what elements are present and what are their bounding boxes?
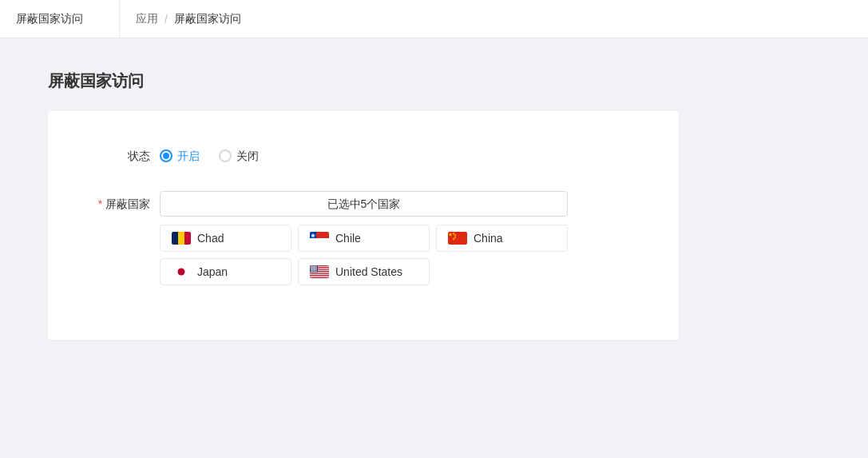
svg-point-36 [315,267,315,268]
status-radio-group: 开启 关闭 [160,143,259,169]
svg-point-42 [315,268,315,269]
svg-point-59 [312,270,313,271]
svg-point-62 [315,270,315,271]
radio-off-circle [219,149,232,162]
breadcrumb: 应用 / 屏蔽国家访问 [120,12,241,26]
svg-point-38 [311,268,311,269]
radio-off[interactable]: 关闭 [219,143,259,169]
flag-chile [310,232,329,245]
svg-point-43 [315,268,316,269]
radio-off-label: 关闭 [236,143,259,169]
svg-point-11 [178,269,185,276]
country-name-us: United States [335,265,402,278]
country-name-chad: Chad [197,232,224,245]
country-tags-grid: Chad Chile [160,225,568,285]
svg-point-70 [316,271,317,272]
svg-point-49 [315,269,315,269]
breadcrumb-app[interactable]: 应用 [136,12,158,26]
svg-point-56 [315,269,316,270]
svg-point-39 [311,268,312,269]
flag-chad [172,232,191,245]
svg-point-68 [315,271,315,272]
country-tag-china: China [436,225,568,252]
settings-card: 状态 开启 关闭 屏蔽国家 已选中5个国家 [48,111,679,340]
svg-point-67 [313,271,314,272]
breadcrumb-separator: / [164,13,168,26]
svg-rect-21 [310,274,329,275]
svg-point-25 [311,266,311,267]
svg-point-41 [313,268,314,269]
svg-rect-22 [310,275,329,276]
country-name-china: China [474,232,503,245]
svg-point-60 [313,270,314,271]
svg-point-58 [311,270,311,271]
svg-point-44 [316,268,317,269]
status-row: 状态 开启 关闭 [80,143,647,169]
country-tag-us: United States [298,258,430,285]
svg-point-51 [311,269,311,270]
svg-point-26 [311,266,312,267]
svg-point-55 [315,269,315,270]
country-label: 屏蔽国家 [80,191,160,217]
svg-point-64 [311,271,311,272]
svg-point-33 [312,267,313,268]
svg-point-34 [313,267,314,268]
svg-point-50 [315,269,316,269]
svg-point-63 [315,270,316,271]
svg-point-29 [315,266,315,267]
svg-point-66 [312,271,313,272]
country-tag-japan: Japan [160,258,291,285]
svg-rect-19 [310,273,329,273]
country-select-area: 已选中5个国家 Chad [160,191,568,285]
svg-point-53 [312,269,313,270]
svg-rect-1 [310,238,329,245]
svg-point-47 [313,269,314,269]
svg-point-32 [311,267,311,268]
svg-point-45 [311,269,311,269]
radio-on-label: 开启 [177,143,200,169]
svg-rect-20 [310,273,329,274]
country-name-japan: Japan [197,265,228,278]
svg-point-35 [314,267,315,268]
country-tag-chad: Chad [160,225,291,252]
svg-point-61 [314,270,315,271]
svg-point-30 [315,266,316,267]
svg-point-48 [314,269,315,269]
page-title: 屏蔽国家访问 [48,70,820,92]
flag-us [310,265,329,278]
topbar-menu: 屏蔽国家访问 [16,0,120,38]
topbar: 屏蔽国家访问 应用 / 屏蔽国家访问 [0,0,868,38]
flag-japan [172,265,191,278]
country-select-button[interactable]: 已选中5个国家 [160,191,568,217]
main-content: 屏蔽国家访问 状态 开启 关闭 屏蔽国家 已选中5个国家 [0,38,868,458]
svg-point-69 [315,271,316,272]
svg-point-40 [312,268,313,269]
svg-rect-23 [310,277,329,277]
flag-china [448,232,467,245]
svg-point-57 [316,269,317,270]
svg-rect-4 [448,232,467,245]
svg-point-31 [316,266,317,267]
radio-on[interactable]: 开启 [160,143,200,169]
svg-point-27 [312,266,313,267]
svg-point-28 [313,266,314,267]
radio-on-circle [160,149,172,162]
breadcrumb-current: 屏蔽国家访问 [174,12,241,26]
country-name-chile: Chile [335,232,361,245]
svg-point-65 [311,271,312,272]
menu-title: 屏蔽国家访问 [16,12,83,26]
svg-point-54 [313,269,314,270]
svg-point-37 [315,267,316,268]
svg-point-46 [312,269,313,269]
svg-point-52 [311,269,312,270]
country-row: 屏蔽国家 已选中5个国家 Chad [80,191,647,285]
country-tag-chile: Chile [298,225,430,252]
status-label: 状态 [80,143,160,169]
